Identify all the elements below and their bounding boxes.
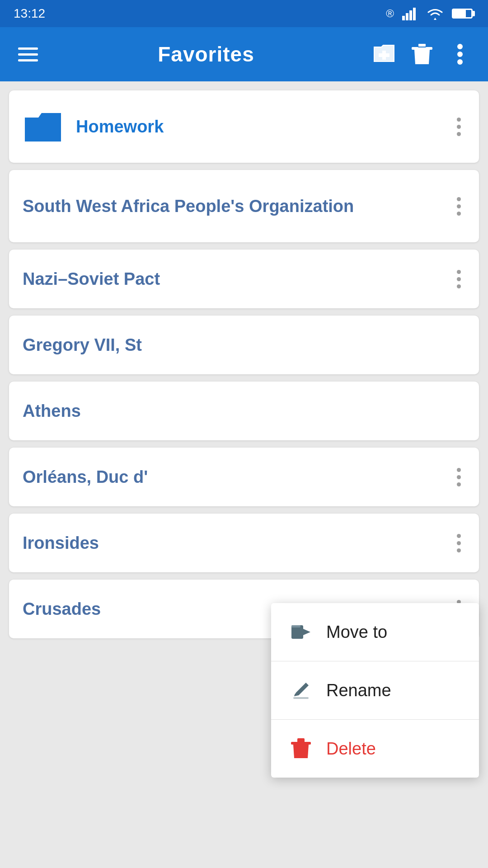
time-display: 13:12 (14, 6, 45, 21)
svg-point-11 (457, 44, 463, 49)
context-move-to[interactable]: Move to (271, 603, 479, 661)
status-bar: 13:12 ® (0, 0, 488, 27)
svg-point-12 (457, 52, 463, 57)
context-rename[interactable]: Rename (271, 661, 479, 720)
item-label: Ironsides (23, 533, 452, 553)
signal-icon (402, 7, 418, 20)
list-item[interactable]: Homework (9, 90, 479, 163)
svg-point-13 (457, 59, 463, 65)
delete-label: Delete (326, 739, 376, 759)
svg-rect-1 (406, 13, 408, 20)
svg-rect-15 (291, 625, 300, 627)
svg-rect-7 (379, 53, 389, 57)
list-item[interactable]: Gregory VII, St (9, 316, 479, 374)
folder-icon (23, 106, 63, 147)
item-label: Homework (76, 117, 452, 137)
item-label: Athens (23, 401, 465, 421)
rename-icon (289, 679, 313, 702)
list-item[interactable]: Ironsides (9, 514, 479, 572)
more-options-button[interactable] (446, 40, 474, 69)
context-delete[interactable]: Delete (271, 720, 479, 778)
battery-icon (452, 9, 474, 19)
item-label: South West Africa People's Organization (23, 197, 452, 216)
page-title: Favorites (42, 42, 370, 66)
list-item[interactable]: South West Africa People's Organization (9, 170, 479, 242)
move-to-label: Move to (326, 623, 387, 642)
item-more-button[interactable] (452, 265, 465, 293)
delete-button[interactable] (408, 40, 436, 69)
svg-rect-16 (293, 697, 309, 699)
app-bar: Favorites (0, 27, 488, 81)
app-bar-actions (370, 40, 474, 69)
rename-label: Rename (326, 681, 391, 700)
item-label: Nazi–Soviet Pact (23, 269, 452, 289)
item-more-button[interactable] (452, 113, 465, 141)
item-more-button[interactable] (452, 193, 465, 220)
item-more-button[interactable] (452, 463, 465, 491)
status-icons: ® (386, 7, 474, 20)
item-label: Orléans, Duc d' (23, 467, 452, 487)
svg-rect-18 (297, 738, 305, 743)
favorites-list: Homework South West Africa People's Orga… (0, 81, 488, 647)
menu-button[interactable] (14, 43, 42, 66)
svg-rect-0 (402, 16, 405, 20)
item-more-button[interactable] (452, 529, 465, 557)
svg-rect-3 (413, 8, 416, 20)
list-item[interactable]: Orléans, Duc d' (9, 448, 479, 506)
list-item-athens[interactable]: Athens Move to (9, 382, 479, 440)
registered-icon: ® (386, 7, 394, 20)
item-label: Gregory VII, St (23, 335, 465, 355)
delete-icon (289, 737, 313, 760)
context-menu: Move to Rename (271, 603, 479, 778)
svg-rect-2 (409, 10, 412, 20)
list-item[interactable]: Nazi–Soviet Pact (9, 250, 479, 308)
wifi-icon (427, 7, 444, 20)
move-to-icon (289, 620, 313, 644)
add-folder-button[interactable] (370, 40, 399, 69)
